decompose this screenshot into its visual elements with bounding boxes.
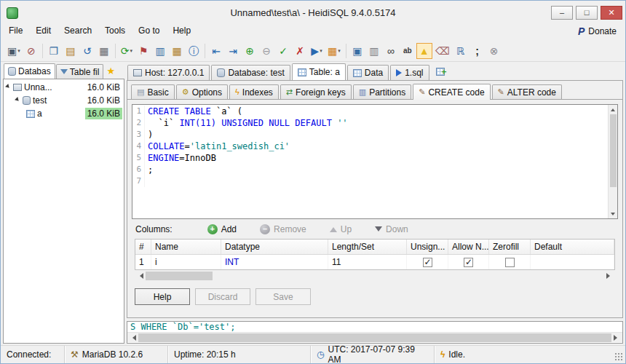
tab-label: Database: test [228, 68, 284, 78]
copy-icon[interactable]: ❐ [46, 43, 62, 59]
first-record-icon[interactable]: ⇤ [208, 43, 224, 59]
cancel-edit-icon[interactable]: ⊖ [258, 43, 274, 59]
save-button: Save [255, 288, 311, 305]
tab-database-tree[interactable]: Databas [4, 63, 55, 79]
tab-options[interactable]: ⚙Options [176, 84, 228, 99]
favorites-star-icon[interactable]: ★ [106, 66, 115, 76]
checkbox[interactable] [505, 258, 515, 267]
expander-icon[interactable] [15, 97, 22, 104]
scroll-left-arrow[interactable] [130, 335, 136, 341]
session-manager-icon[interactable]: ▣▾ [5, 43, 23, 59]
tab-partitions[interactable]: ▥Partitions [353, 84, 411, 99]
tab-table-filter[interactable]: Table fil [56, 64, 104, 79]
undo-icon[interactable]: ↺ [79, 43, 95, 59]
checkbox[interactable] [464, 258, 473, 267]
grid-header-cell[interactable]: Allow N... [448, 240, 489, 254]
new-query-tab-button[interactable]: + [436, 67, 447, 77]
scrollbar-thumb[interactable] [138, 333, 611, 342]
tab-indexes[interactable]: ϟIndexes [229, 84, 279, 99]
donate-button[interactable]: P Donate [578, 23, 624, 40]
print-icon[interactable]: ▦ [96, 43, 112, 59]
table-tools-icon[interactable]: ▦▾ [325, 43, 343, 59]
code-area[interactable]: 1CREATE TABLE `a` (2 `i` INT(11) UNSIGNE… [132, 105, 608, 218]
menu-search[interactable]: Search [58, 23, 98, 40]
replace-icon[interactable]: ab [400, 43, 416, 59]
paste-icon[interactable]: ▤ [63, 43, 79, 59]
tab-database[interactable]: Database: test [211, 65, 290, 80]
resize-grip[interactable] [614, 352, 624, 362]
status-uptime: Uptime: 20:15 h [168, 346, 311, 363]
scrollbar-thumb[interactable] [146, 272, 213, 280]
grid-header-cell[interactable]: Zerofill [489, 240, 531, 254]
disconnect-icon[interactable]: ⊘ [23, 43, 39, 59]
scroll-left-arrow[interactable] [137, 273, 143, 279]
log-horizontal-scrollbar[interactable] [127, 332, 622, 342]
grid-data-row[interactable]: 1iINT11 [135, 255, 614, 269]
highlight-icon[interactable]: ▲ [416, 43, 432, 59]
grid-header-cell[interactable]: # [135, 240, 151, 254]
editor-vertical-scrollbar[interactable] [608, 105, 617, 218]
title-bar[interactable]: Unnamed\test\a\ - HeidiSQL 9.4.0.5174 – … [1, 1, 625, 23]
grid-header-cell[interactable]: Name [151, 240, 221, 254]
code-text: COLLATE='latin1_swedish_ci' [148, 141, 290, 152]
grid-horizontal-scrollbar[interactable] [135, 271, 615, 281]
delete-record-icon[interactable]: ✗ [292, 43, 308, 59]
object-tree[interactable]: Unna... 16.0 KiB test 16.0 KiB a 16.0 Ki… [3, 79, 124, 344]
tab-host[interactable]: Host: 127.0.0.1 [127, 65, 210, 80]
scroll-down-arrow[interactable] [609, 209, 618, 218]
tab-alter-code[interactable]: ✎ALTER code [492, 84, 562, 99]
grid-header-cell[interactable]: Default [531, 240, 614, 254]
tab-create-code[interactable]: ✎CREATE code [413, 84, 490, 100]
tree-item-server[interactable]: Unna... 16.0 KiB [4, 81, 124, 94]
scroll-right-arrow[interactable] [606, 273, 613, 279]
grid-header-cell[interactable]: Unsign... [407, 240, 448, 254]
tree-item-size: 16.0 KiB [85, 82, 122, 93]
status-utc: ◷ UTC: 2017-07-07 9:39 AM [311, 346, 435, 363]
expander-icon[interactable] [5, 84, 12, 91]
line-number: 5 [132, 152, 145, 164]
minimize-button[interactable]: – [551, 6, 573, 20]
exit-icon[interactable]: ⊗ [486, 43, 502, 59]
post-edit-icon[interactable]: ✓ [275, 43, 291, 59]
info-icon[interactable]: ⓘ [186, 43, 202, 59]
tab-table[interactable]: Table: a [292, 63, 346, 80]
tree-item-database-test[interactable]: test 16.0 KiB [4, 94, 124, 107]
tab-basic[interactable]: ▤Basic [131, 84, 175, 99]
code-line: 1CREATE TABLE `a` ( [132, 106, 608, 117]
checkbox[interactable] [423, 258, 432, 267]
save-snippet-icon[interactable]: ▥ [366, 43, 382, 59]
tab-query[interactable]: 1.sql [390, 65, 429, 80]
find-icon[interactable]: ∞ [383, 43, 399, 59]
sql-log-panel[interactable]: S WHERE `Db`='test'; [127, 321, 623, 344]
down-arrow-icon [375, 226, 382, 235]
manage-icon[interactable]: ▦ [169, 43, 185, 59]
create-code-editor[interactable]: 1CREATE TABLE `a` (2 `i` INT(11) UNSIGNE… [132, 104, 618, 219]
reformat-icon[interactable]: ℝ [453, 43, 469, 59]
close-button[interactable]: ✕ [601, 6, 622, 20]
tab-data[interactable]: Data [347, 65, 389, 80]
grid-header-cell[interactable]: Length/Set [328, 240, 407, 254]
refresh-icon[interactable]: ⟳▾ [119, 43, 135, 59]
tab-foreign-keys[interactable]: ⇄Foreign keys [280, 84, 352, 99]
grid-header-cell[interactable]: Datatype [221, 240, 328, 254]
last-record-icon[interactable]: ⇥ [225, 43, 241, 59]
execute-sql-icon[interactable]: ▶▾ [309, 43, 325, 59]
menu-file[interactable]: File [2, 23, 29, 40]
scroll-up-arrow[interactable] [609, 105, 618, 114]
scrollbar-thumb[interactable] [610, 114, 617, 187]
menu-go-to[interactable]: Go to [132, 23, 166, 40]
insert-record-icon[interactable]: ⊕ [242, 43, 258, 59]
maximize-button[interactable]: □ [576, 6, 598, 20]
export-database-icon[interactable]: ▥ [152, 43, 168, 59]
menu-tools[interactable]: Tools [98, 23, 132, 40]
flush-icon[interactable]: ⚑ [135, 43, 151, 59]
menu-help[interactable]: Help [166, 23, 197, 40]
add-column-button[interactable]: Add [207, 223, 237, 235]
delimiter-icon[interactable]: ; [470, 43, 486, 59]
menu-edit[interactable]: Edit [29, 23, 58, 40]
help-button[interactable]: Help [135, 288, 190, 305]
save-icon[interactable]: ▣ [349, 43, 365, 59]
clear-icon[interactable]: ⌫ [433, 43, 452, 59]
scroll-right-arrow[interactable] [614, 335, 620, 341]
tree-item-table-a[interactable]: a 16.0 KiB [4, 107, 124, 120]
